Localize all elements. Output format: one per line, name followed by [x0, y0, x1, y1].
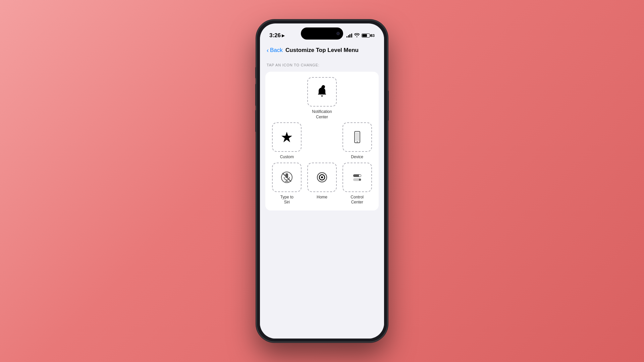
- screen-content: ‹ Back Customize Top Level Menu TAP AN I…: [260, 43, 384, 339]
- control-center-item[interactable]: ControlCenter: [341, 163, 373, 205]
- type-to-siri-item[interactable]: Type toSiri: [271, 163, 303, 205]
- status-time: 3:26 ▶: [269, 32, 284, 39]
- back-label: Back: [270, 47, 283, 54]
- volume-down-button: [255, 110, 257, 132]
- grid-section: TAP AN ICON TO CHANGE: NotificationCente…: [260, 56, 384, 339]
- svg-point-11: [321, 176, 323, 178]
- svg-point-0: [322, 85, 325, 88]
- back-chevron-icon: ‹: [267, 47, 269, 54]
- star-icon: [279, 130, 294, 144]
- section-label: TAP AN ICON TO CHANGE:: [265, 63, 379, 67]
- device-icon-box: [342, 122, 372, 152]
- svg-point-15: [359, 179, 361, 181]
- home-circle-icon: [315, 170, 329, 185]
- volume-up-button: [255, 84, 257, 106]
- home-icon-box: [307, 163, 337, 192]
- phone-screen: 3:26 ▶: [260, 23, 384, 339]
- custom-label: Custom: [280, 155, 294, 160]
- status-icons: 33: [346, 33, 375, 38]
- page-title: Customize Top Level Menu: [285, 47, 359, 54]
- svg-point-13: [359, 175, 361, 177]
- mute-button: [255, 67, 257, 78]
- icon-grid: NotificationCenter Custom: [265, 72, 379, 210]
- wifi-icon: [354, 33, 360, 38]
- signal-icon: [346, 34, 352, 38]
- svg-rect-2: [355, 132, 359, 141]
- phone-device: 3:26 ▶: [257, 20, 387, 342]
- camera-dot: [336, 32, 340, 35]
- power-button: [387, 90, 389, 121]
- nav-bar: ‹ Back Customize Top Level Menu: [260, 43, 384, 56]
- notification-center-icon-box: [307, 77, 337, 107]
- custom-item[interactable]: Custom: [271, 122, 303, 160]
- time-display: 3:26: [269, 32, 281, 39]
- device-item[interactable]: Device: [341, 122, 373, 160]
- home-item[interactable]: Home: [306, 163, 338, 200]
- battery-icon: 33: [362, 34, 375, 38]
- control-center-label: ControlCenter: [351, 195, 364, 205]
- type-to-siri-icon-box: [272, 163, 302, 192]
- custom-icon-box: [272, 122, 302, 152]
- home-label: Home: [317, 195, 327, 200]
- svg-rect-6: [285, 173, 288, 178]
- bell-icon: [315, 84, 329, 99]
- svg-point-3: [357, 141, 358, 142]
- device-label: Device: [351, 155, 363, 160]
- location-icon: ▶: [282, 34, 284, 38]
- type-to-siri-label: Type toSiri: [280, 195, 293, 205]
- back-button[interactable]: ‹ Back: [267, 47, 283, 54]
- dynamic-island: [301, 27, 343, 40]
- no-mic-icon: [279, 170, 294, 185]
- toggles-icon: [350, 170, 365, 185]
- control-center-icon-box: [342, 163, 372, 192]
- notification-center-label: NotificationCenter: [312, 109, 332, 120]
- device-phone-icon: [350, 130, 365, 144]
- notification-center-item[interactable]: NotificationCenter: [306, 77, 338, 120]
